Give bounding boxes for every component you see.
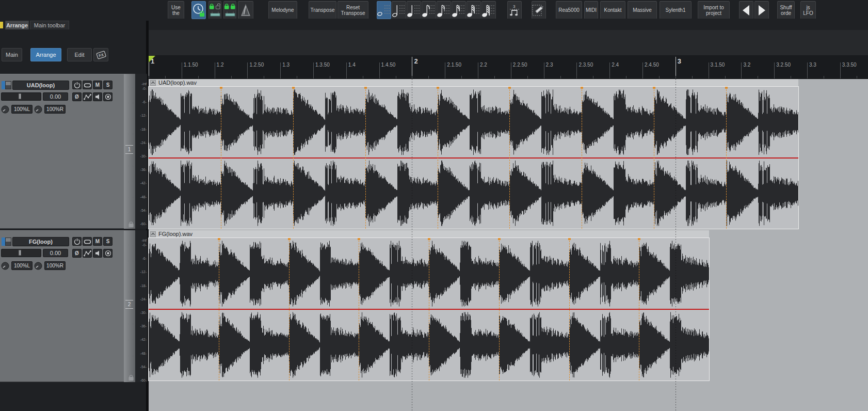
track-lock-icon[interactable] bbox=[128, 221, 134, 228]
track-icon-chip[interactable] bbox=[5, 81, 11, 89]
media-item-UAD(loop)[interactable] bbox=[149, 87, 798, 229]
phase-invert-button[interactable]: Ø bbox=[72, 249, 82, 258]
loop-start-marker[interactable] bbox=[149, 56, 155, 62]
volume-slider-thumb[interactable] bbox=[19, 250, 21, 256]
envelope-button[interactable] bbox=[83, 249, 92, 258]
dock-tab-arrange[interactable]: Arrange bbox=[30, 48, 61, 61]
nav-next-button[interactable] bbox=[754, 1, 769, 19]
pan-right-knob[interactable] bbox=[34, 262, 42, 270]
solo-button[interactable]: S bbox=[103, 81, 112, 89]
track-route-button[interactable] bbox=[83, 237, 92, 246]
stretch-marker[interactable] bbox=[289, 238, 290, 381]
metronome-button[interactable] bbox=[238, 1, 253, 19]
record-arm-button[interactable] bbox=[103, 92, 112, 101]
volume-value[interactable]: 0.00 bbox=[43, 92, 68, 101]
stretch-marker[interactable] bbox=[654, 87, 654, 229]
stretch-marker[interactable] bbox=[639, 238, 639, 381]
volume-value[interactable]: 0.00 bbox=[43, 249, 68, 257]
tab-main-toolbar[interactable]: Main toolbar bbox=[30, 21, 69, 29]
timeline-ruler[interactable]: 11.1.501.21.2.501.31.3.501.41.4.5022.1.5… bbox=[147, 55, 868, 79]
phase-invert-button[interactable]: Ø bbox=[72, 92, 82, 101]
track-color-chip[interactable] bbox=[2, 81, 5, 89]
time-lock-button[interactable] bbox=[191, 1, 206, 19]
stretch-marker[interactable] bbox=[293, 87, 294, 229]
track-power-button[interactable] bbox=[72, 81, 82, 89]
volume-slider[interactable] bbox=[1, 249, 41, 257]
grid-half-note-button[interactable] bbox=[392, 1, 406, 19]
mute-button[interactable]: M bbox=[93, 81, 102, 89]
dock-tab-edit[interactable]: Edit bbox=[67, 48, 92, 61]
mute-button[interactable]: M bbox=[93, 237, 102, 246]
media-item-FG(loop)[interactable] bbox=[149, 238, 709, 381]
massive-button[interactable]: Massive bbox=[628, 1, 657, 19]
track-route-button[interactable] bbox=[83, 81, 92, 89]
track-name-field[interactable]: FG(loop) bbox=[12, 237, 69, 246]
item-collapse-icon[interactable] bbox=[150, 231, 156, 237]
track-lock-icon[interactable] bbox=[128, 374, 134, 381]
lock-pair-mixed-button[interactable] bbox=[208, 1, 221, 19]
ruler-minor-tick bbox=[313, 76, 314, 78]
envelope-button[interactable] bbox=[83, 92, 92, 101]
dock-tab-main[interactable]: Main bbox=[2, 48, 22, 61]
grid-whole-note-button[interactable] bbox=[377, 1, 391, 19]
fx-stamp-button[interactable]: FX bbox=[93, 48, 108, 61]
solo-button[interactable]: S bbox=[103, 237, 112, 246]
stretch-marker[interactable] bbox=[438, 87, 438, 229]
grid-thirtysecond-note-button[interactable] bbox=[467, 1, 481, 19]
pan-right-knob[interactable] bbox=[34, 105, 42, 114]
track-number-strip[interactable]: 2 bbox=[124, 230, 135, 382]
track-power-button[interactable] bbox=[72, 237, 82, 246]
pan-right-label-text: 100%R bbox=[46, 263, 63, 268]
item-collapse-icon[interactable] bbox=[150, 80, 156, 86]
monitor-button[interactable] bbox=[93, 249, 102, 258]
stretch-marker[interactable] bbox=[365, 87, 366, 229]
stretch-marker[interactable] bbox=[221, 87, 221, 229]
stretch-marker[interactable] bbox=[582, 87, 582, 229]
grid-eighth-note-b-button[interactable] bbox=[437, 1, 451, 19]
stretch-marker[interactable] bbox=[429, 238, 429, 381]
volume-slider-thumb[interactable] bbox=[19, 93, 21, 99]
draw-grid-button[interactable] bbox=[532, 1, 546, 19]
grid-eighth-note-button[interactable] bbox=[422, 1, 436, 19]
power-icon bbox=[74, 238, 81, 245]
track-color-chip[interactable] bbox=[2, 238, 5, 246]
triplet-grid-button[interactable]: 3 bbox=[507, 1, 522, 19]
tab-arrange[interactable]: Arrange bbox=[5, 21, 29, 29]
track-icon-chip[interactable] bbox=[5, 238, 11, 246]
kontakt-button[interactable]: Kontakt bbox=[600, 1, 625, 19]
transpose-button[interactable]: Transpose bbox=[309, 1, 336, 19]
track-name-field[interactable]: UAD(loop) bbox=[12, 81, 69, 90]
ruler-minor-tick bbox=[560, 76, 561, 78]
melodyne-button[interactable]: Melodyne bbox=[268, 1, 297, 19]
shuffle-order-button[interactable]: Shuff orde bbox=[777, 1, 795, 19]
grid-sixtyfourth-note-button[interactable] bbox=[481, 1, 496, 19]
monitor-button[interactable] bbox=[93, 92, 102, 101]
reset-transpose-button[interactable]: Reset Transpose bbox=[337, 1, 368, 19]
stretch-marker[interactable] bbox=[509, 87, 510, 229]
use-the-button[interactable]: Use the bbox=[168, 1, 184, 19]
stretch-marker[interactable] bbox=[359, 238, 359, 381]
docker-corner-icon bbox=[0, 22, 3, 28]
pan-left-knob[interactable] bbox=[1, 262, 9, 270]
grid-quarter-note-button[interactable] bbox=[407, 1, 421, 19]
sylenth1-button[interactable]: Sylenth1 bbox=[660, 1, 692, 19]
lock-pair-green-button[interactable] bbox=[223, 1, 236, 19]
midi-button[interactable]: MIDI bbox=[584, 1, 598, 19]
item-label-bar[interactable]: FG(loop).wav bbox=[149, 230, 709, 238]
nav-previous-button[interactable] bbox=[739, 1, 753, 19]
pan-left-knob[interactable] bbox=[1, 105, 9, 114]
grid-sixteenth-note-button[interactable] bbox=[452, 1, 466, 19]
track-number-strip[interactable]: 1 bbox=[124, 74, 135, 229]
import-to-project-button[interactable]: Import to project bbox=[698, 1, 730, 19]
stretch-marker[interactable] bbox=[499, 238, 500, 381]
stretch-marker[interactable] bbox=[219, 238, 219, 381]
rea5000-button[interactable]: Rea5000 bbox=[556, 1, 582, 19]
stretch-marker[interactable] bbox=[726, 87, 727, 229]
route-icon bbox=[84, 82, 91, 88]
volume-slider[interactable] bbox=[1, 92, 41, 101]
stretch-marker[interactable] bbox=[569, 238, 570, 381]
js-lfo-button[interactable]: js LFO bbox=[800, 1, 816, 19]
item-label-bar[interactable]: UAD(loop).wav bbox=[149, 79, 798, 87]
ruler-label: 1.3.50 bbox=[315, 62, 330, 68]
record-arm-button[interactable] bbox=[103, 249, 112, 258]
